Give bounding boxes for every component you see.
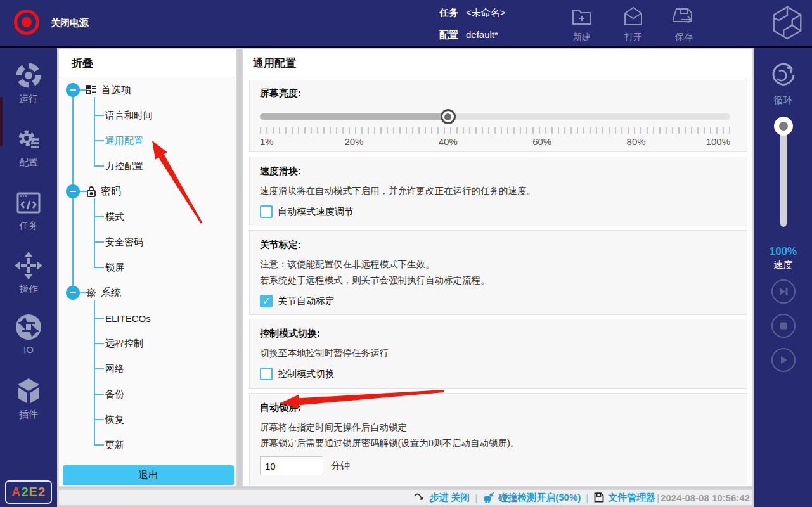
brightness-ruler: [260, 127, 730, 134]
hierarchy-icon: [86, 84, 97, 96]
config-value: default*: [466, 29, 498, 41]
badge-char: 2: [21, 485, 29, 499]
tree-group-preferences[interactable]: 首选项: [101, 84, 131, 97]
joint-calibration-desc2: 若系统处于远程模式，则关节会强制执行自动标定流程。: [260, 273, 737, 288]
statusbar-separator: |: [475, 492, 477, 503]
page-title: 通用配置: [243, 49, 752, 77]
speed-slider-desc: 速度滑块将在自动模式下启用，并允许更改正在运行的任务的速度。: [260, 183, 737, 199]
tree-item-general-config[interactable]: 通用配置: [105, 135, 143, 147]
lock-icon: [86, 186, 97, 197]
scale-label: 60%: [532, 136, 551, 147]
step-mode-status[interactable]: 步进 关闭: [429, 492, 470, 504]
tree-item-language-time[interactable]: 语言和时间: [105, 110, 153, 122]
tree-item-force-config[interactable]: 力控配置: [105, 160, 143, 172]
nav-item-run[interactable]: 运行: [0, 60, 57, 105]
collapse-toggle[interactable]: [66, 83, 80, 97]
left-nav-sidebar: 运行 配置 任务 操作: [0, 48, 57, 507]
control-mode-checkbox-label: 控制模式切换: [278, 368, 335, 380]
brightness-scale: 1% 20% 40% 60% 80% 100%: [260, 136, 730, 149]
stop-button[interactable]: [771, 314, 796, 338]
scale-label: 1%: [260, 136, 274, 147]
auto-speed-checkbox[interactable]: ✓: [260, 205, 273, 218]
tree-item-backup[interactable]: 备份: [105, 388, 124, 401]
config-gear-icon: [0, 124, 57, 154]
task-code-window-icon: [0, 188, 57, 217]
loop-button[interactable]: 循环: [754, 59, 812, 106]
speed-slider-track[interactable]: [780, 120, 787, 227]
status-timestamp: 2024-08-08 10:56:42: [661, 492, 750, 503]
task-label: 任务: [439, 7, 458, 19]
tree-item-remote-control[interactable]: 远程控制: [105, 338, 143, 350]
general-config-panel: 通用配置 屏幕亮度: 1% 20% 40% 60% 80% 100% 速度滑块:…: [242, 49, 753, 487]
scale-label: 80%: [627, 136, 646, 147]
joint-calibration-section: 关节标定: 注意：该使能配置仅在非远程模式下生效。 若系统处于远程模式，则关节会…: [249, 230, 747, 315]
control-mode-label: 控制模式切换:: [260, 328, 737, 340]
brightness-section: 屏幕亮度: 1% 20% 40% 60% 80% 100%: [249, 80, 747, 152]
jog-move-arrows-icon: [0, 250, 57, 281]
power-button[interactable]: [13, 8, 41, 37]
auto-lock-minutes-input[interactable]: [260, 456, 323, 475]
nav-item-jog[interactable]: 操作: [0, 250, 57, 295]
tree-item-mode[interactable]: 模式: [105, 211, 124, 223]
step-mode-icon: [413, 492, 426, 503]
skip-to-end-button[interactable]: [771, 279, 796, 304]
skip-to-end-icon: [778, 286, 789, 297]
speed-slider-label: 速度滑块:: [260, 165, 737, 177]
file-manager-link[interactable]: 文件管理器: [608, 492, 655, 504]
collision-detect-icon: [482, 492, 495, 503]
status-bar: 步进 关闭 | 碰撞检测开启(50%) | 文件管理器 | 2024-08-08…: [58, 489, 753, 506]
save-button[interactable]: 保存: [664, 5, 704, 43]
nav-item-config[interactable]: 配置: [0, 124, 57, 169]
badge-char: A: [11, 485, 21, 499]
collapse-toggle[interactable]: [66, 184, 80, 198]
speed-label: 速度: [754, 259, 812, 271]
new-folder-plus-icon: [570, 5, 593, 28]
tree-item-update[interactable]: 更新: [105, 439, 124, 451]
brightness-slider-fill: [260, 113, 448, 120]
collapse-toggle[interactable]: [66, 286, 80, 300]
auto-lock-section: 自动锁屏: 屏幕将在指定时间无操作后自动锁定 屏幕锁定后需要通过锁屏密码解锁(设…: [249, 393, 747, 485]
tree-group-password[interactable]: 密码: [101, 185, 121, 198]
collision-detect-status[interactable]: 碰撞检测开启(50%): [498, 492, 581, 504]
nav-item-io[interactable]: IO: [0, 312, 57, 355]
tree-item-elitecos[interactable]: ELITECOs: [105, 313, 151, 324]
elite-cube-logo: [769, 4, 806, 44]
brightness-slider-handle[interactable]: [441, 109, 456, 124]
exit-button[interactable]: 退出: [63, 465, 234, 485]
scale-label: 100%: [706, 136, 730, 147]
brightness-label: 屏幕亮度:: [260, 87, 301, 99]
tree-item-network[interactable]: 网络: [105, 363, 124, 375]
open-envelope-icon: [622, 5, 645, 28]
io-exchange-icon: [0, 312, 57, 342]
badge-char: E: [29, 485, 38, 499]
badge-char: 2: [38, 485, 46, 499]
new-button[interactable]: 新建: [562, 5, 602, 43]
run-target-icon: [0, 60, 57, 91]
nav-item-plugin[interactable]: 插件: [0, 376, 57, 421]
tree-item-restore[interactable]: 恢复: [105, 414, 124, 426]
auto-lock-unit-label: 分钟: [331, 460, 350, 472]
tree-item-lock-screen[interactable]: 锁屏: [105, 262, 124, 274]
collapse-header[interactable]: 折叠: [59, 49, 236, 77]
topbar-divider: [0, 46, 812, 48]
brightness-slider[interactable]: [260, 113, 730, 120]
speed-slider-handle[interactable]: [774, 117, 793, 136]
loop-label: 循环: [754, 94, 812, 106]
task-row: 任务 <未命名>: [439, 7, 506, 19]
tree-item-safety-password[interactable]: 安全密码: [105, 236, 143, 248]
nav-item-task[interactable]: 任务: [0, 188, 57, 232]
save-disk-arrow-icon: [673, 5, 695, 28]
speed-slider-section: 速度滑块: 速度滑块将在自动模式下启用，并允许更改正在运行的任务的速度。 ✓ 自…: [249, 157, 747, 226]
right-speed-sidebar: 循环 100% 速度: [754, 48, 812, 507]
joint-auto-calibration-checkbox[interactable]: ✓: [260, 295, 273, 307]
auto-speed-checkbox-label: 自动模式速度调节: [278, 206, 354, 218]
speed-percent-value: 100%: [754, 245, 812, 258]
statusbar-separator: |: [657, 492, 659, 503]
tree-group-system[interactable]: 系统: [101, 286, 121, 300]
auto-lock-desc2: 屏幕锁定后需要通过锁屏密码解锁(设置为0则不启动自动锁屏)。: [260, 435, 737, 451]
open-button[interactable]: 打开: [613, 5, 654, 43]
control-mode-checkbox[interactable]: ✓: [260, 368, 273, 380]
play-button[interactable]: [771, 348, 796, 372]
robot-model-badge[interactable]: A 2 E 2: [5, 480, 52, 504]
joint-calibration-label: 关节标定:: [260, 239, 737, 251]
